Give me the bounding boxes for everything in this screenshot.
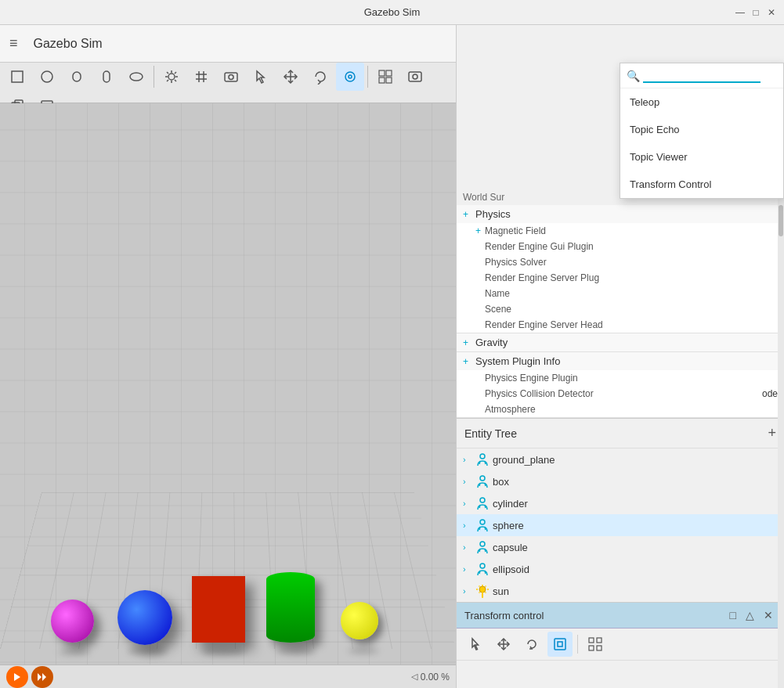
physics-section-header[interactable]: + Physics — [457, 205, 784, 223]
search-input[interactable] — [643, 68, 761, 83]
svg-line-40 — [479, 461, 480, 464]
sphere-tool-button[interactable] — [33, 63, 61, 91]
minimize-button[interactable]: — — [734, 6, 746, 19]
gravity-expand-icon: + — [463, 337, 472, 348]
select-tool-button[interactable] — [247, 63, 275, 91]
physics-collision-value: ode — [762, 388, 778, 399]
physics-section: + Physics + Magnetic Field Render Engine… — [457, 205, 784, 333]
svg-line-50 — [485, 527, 486, 530]
hamburger-menu[interactable]: ≡ — [6, 32, 21, 55]
name-row: Name — [457, 286, 784, 301]
transform-scale-button[interactable] — [547, 632, 573, 657]
add-entity-button[interactable]: + — [768, 425, 776, 441]
blue-sphere-object — [117, 590, 172, 645]
grid-snap-button[interactable] — [371, 63, 399, 91]
system-plugin-section: + System Plugin Info Physics Engine Plug… — [457, 352, 784, 418]
svg-point-1 — [42, 71, 52, 82]
transform-move-button[interactable] — [491, 632, 516, 657]
entity-item-ellipsoid[interactable]: › ellipsoid — [457, 558, 784, 580]
svg-rect-69 — [558, 642, 562, 647]
entity-name-ground-plane: ground_plane — [493, 454, 555, 466]
sphere-expand: › — [463, 521, 472, 530]
gravity-section-header[interactable]: + Gravity — [457, 333, 784, 351]
red-box-object — [192, 576, 245, 643]
green-cylinder-object — [266, 572, 315, 643]
svg-line-63 — [486, 586, 486, 587]
play-button[interactable] — [6, 666, 28, 688]
svg-rect-24 — [379, 70, 385, 76]
viewport[interactable]: ◁ 0.00 % — [0, 103, 456, 688]
transform-rotate-button[interactable] — [519, 632, 544, 657]
ellipsoid-expand: › — [463, 564, 472, 574]
dropdown-item-teleop[interactable]: Teleop — [620, 88, 783, 116]
entity-item-sun[interactable]: › sun — [457, 580, 784, 602]
entity-item-sphere[interactable]: › sphere — [457, 514, 784, 536]
entity-item-cylinder[interactable]: › cylinder — [457, 492, 784, 514]
transform-pointer-button[interactable] — [463, 632, 488, 657]
playback-controls — [6, 666, 53, 688]
screenshot-button[interactable] — [401, 63, 429, 91]
system-plugin-section-header[interactable]: + System Plugin Info — [457, 352, 784, 370]
svg-line-12 — [175, 72, 176, 74]
main-layout: ≡ Gazebo Sim — [0, 25, 784, 688]
svg-point-57 — [479, 586, 486, 593]
maximize-button[interactable]: □ — [750, 6, 762, 19]
scale-tool-button[interactable] — [336, 63, 364, 91]
entity-name-sphere: sphere — [493, 520, 524, 531]
svg-line-13 — [167, 80, 168, 81]
robot-icon-ground-plane — [475, 452, 490, 466]
rotate-tool-button[interactable] — [306, 63, 334, 91]
entity-name-cylinder: cylinder — [493, 498, 528, 510]
entity-item-ground-plane[interactable]: › ground_plane — [457, 448, 784, 470]
entity-item-capsule[interactable]: › capsule — [457, 536, 784, 558]
search-icon: 🔍 — [627, 70, 640, 82]
transform-minimize-button[interactable]: □ — [727, 607, 739, 623]
shadow-red — [202, 647, 245, 655]
svg-line-56 — [485, 571, 486, 574]
fast-forward-button[interactable] — [31, 666, 53, 688]
titlebar: Gazebo Sim — □ ✕ — [0, 0, 784, 25]
svg-rect-18 — [225, 73, 237, 81]
svg-point-42 — [480, 476, 485, 481]
capsule-tool-button[interactable] — [92, 63, 121, 91]
ellipsoid-tool-button[interactable] — [122, 63, 150, 91]
dropdown-item-topic-viewer[interactable]: Topic Viewer — [620, 143, 783, 171]
box-tool-button[interactable] — [3, 63, 31, 91]
svg-marker-38 — [42, 673, 46, 681]
entity-name-sun: sun — [493, 585, 509, 597]
svg-point-5 — [168, 74, 175, 80]
grid-tool-button[interactable] — [187, 63, 215, 91]
move-tool-button[interactable] — [276, 63, 305, 91]
right-scrollbar-track — [778, 189, 784, 688]
svg-rect-25 — [386, 70, 392, 76]
camera-tool-button[interactable] — [217, 63, 245, 91]
svg-point-23 — [349, 75, 352, 78]
transform-float-button[interactable]: △ — [742, 607, 757, 623]
system-plugin-expand-icon: + — [463, 356, 472, 367]
plugin-dropdown: 🔍 Teleop Topic Echo Topic Viewer Transfo… — [620, 63, 784, 199]
viewport-grid — [0, 103, 456, 688]
close-button[interactable]: ✕ — [765, 6, 778, 19]
entity-item-box[interactable]: › box — [457, 470, 784, 492]
sun-expand: › — [463, 586, 472, 596]
transform-header: Transform control □ △ ✕ — [457, 603, 784, 629]
cylinder-tool-button[interactable] — [63, 63, 91, 91]
svg-line-65 — [486, 593, 486, 593]
dropdown-item-topic-echo[interactable]: Topic Echo — [620, 116, 783, 143]
magnetic-field-row[interactable]: + Magnetic Field — [457, 223, 784, 239]
svg-line-62 — [479, 586, 480, 587]
svg-rect-73 — [597, 646, 602, 650]
light-icon-sun — [475, 584, 490, 598]
sun-tool-button[interactable] — [157, 63, 186, 91]
svg-rect-70 — [589, 638, 594, 643]
dropdown-search-bar: 🔍 — [620, 63, 783, 88]
right-scrollbar-thumb[interactable] — [779, 205, 783, 236]
transform-grid-button[interactable] — [583, 632, 608, 657]
transform-close-button[interactable]: ✕ — [761, 607, 776, 623]
gravity-label: Gravity — [475, 337, 508, 348]
magnetic-field-label: Magnetic Field — [485, 225, 778, 236]
svg-line-10 — [167, 72, 168, 74]
toolbar-separator-2 — [367, 66, 368, 88]
dropdown-item-transform-control[interactable]: Transform Control — [620, 171, 783, 198]
ground-plane-expand: › — [463, 455, 472, 464]
